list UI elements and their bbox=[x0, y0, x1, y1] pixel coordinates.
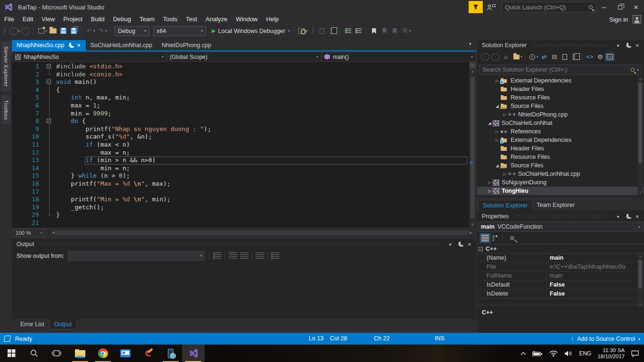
expanded-arrow-icon[interactable]: ◢ bbox=[494, 104, 500, 108]
new-project-button[interactable] bbox=[37, 26, 45, 36]
sidebar-tab-toolbox[interactable]: Toolbox bbox=[1, 95, 11, 124]
phone-app-button[interactable] bbox=[159, 345, 182, 362]
send-feedback-icon[interactable] bbox=[487, 3, 496, 11]
start-debugging-button[interactable]: ▶ Local Windows Debugger ▾ bbox=[212, 26, 290, 36]
redo-dropdown-icon[interactable]: ▾ bbox=[105, 29, 107, 33]
switch-views-dropdown-icon[interactable]: ▾ bbox=[520, 55, 522, 59]
tab-solution-explorer[interactable]: Solution Explorer bbox=[478, 200, 532, 210]
debug-target-dropdown-icon[interactable]: ▾ bbox=[306, 29, 308, 33]
menu-item-test[interactable]: Test bbox=[182, 14, 201, 25]
menu-item-view[interactable]: View bbox=[37, 14, 59, 25]
menu-item-file[interactable]: File bbox=[0, 14, 18, 25]
menu-item-debug[interactable]: Debug bbox=[109, 14, 135, 25]
tree-item-sochiahetlonnhat[interactable]: ◢SoChiaHetLonNhat bbox=[477, 119, 644, 127]
solution-platform-select[interactable]: x64▾ bbox=[153, 26, 206, 36]
tree-item-resource-files[interactable]: Resource Files bbox=[477, 153, 644, 161]
tab-output[interactable]: Output bbox=[49, 319, 77, 329]
window-position-dropdown-icon[interactable]: ▾ bbox=[617, 214, 619, 219]
minimize-button[interactable]: ─ bbox=[596, 1, 612, 13]
undo-dropdown-icon[interactable]: ▾ bbox=[93, 29, 95, 33]
ccleaner-button[interactable]: C bbox=[137, 345, 159, 362]
sidebar-tab-server-explorer[interactable]: Server Explorer bbox=[1, 41, 11, 91]
properties-object-select[interactable]: main VCCodeFunction ▾ bbox=[478, 222, 644, 232]
tab-error-list[interactable]: Error List bbox=[16, 319, 49, 329]
tree-item-external-dependencies[interactable]: ▷External Dependencies bbox=[477, 76, 644, 85]
properties-scrollbar[interactable]: ▴ ▾ bbox=[637, 254, 643, 307]
quick-launch-input[interactable]: Quick Launch (Ctrl+Q) bbox=[502, 2, 596, 12]
save-all-button[interactable] bbox=[69, 26, 78, 36]
sign-in-link[interactable]: Sign in bbox=[609, 16, 628, 23]
editor-splitter-grip[interactable] bbox=[470, 62, 476, 69]
filter-dropdown-icon[interactable]: ▾ bbox=[537, 55, 538, 59]
sync-with-active-document-button[interactable]: ⇄ bbox=[540, 52, 548, 62]
view-code-button[interactable]: <> bbox=[586, 52, 594, 62]
collapse-all-button[interactable]: ⊟ bbox=[550, 52, 559, 62]
pin-icon[interactable] bbox=[625, 42, 630, 49]
menu-item-build[interactable]: Build bbox=[87, 14, 109, 25]
scrollbar-thumb[interactable] bbox=[55, 230, 469, 235]
clock[interactable]: 11:30 SA 18/10/2017 bbox=[597, 347, 625, 360]
collapsed-arrow-icon[interactable]: ▷ bbox=[494, 138, 500, 142]
navigate-back-button[interactable]: ‹ bbox=[9, 27, 18, 35]
property-category-row[interactable]: − C++ bbox=[477, 245, 644, 254]
scrollbar-thumb[interactable] bbox=[471, 77, 475, 218]
menu-item-tools[interactable]: Tools bbox=[159, 14, 182, 25]
clear-bookmarks-button[interactable] bbox=[401, 26, 409, 36]
collapsed-arrow-icon[interactable]: ▷ bbox=[502, 172, 508, 176]
pending-changes-filter-button[interactable] bbox=[528, 52, 537, 62]
output-source-select[interactable]: ▾ bbox=[68, 251, 205, 261]
next-message-button[interactable] bbox=[240, 252, 248, 260]
find-message-button[interactable] bbox=[213, 252, 222, 260]
navigate-forward-button[interactable]: › bbox=[21, 27, 30, 35]
menu-item-edit[interactable]: Edit bbox=[18, 14, 37, 25]
close-icon[interactable]: ✕ bbox=[636, 214, 639, 219]
uncomment-lines-button[interactable] bbox=[354, 26, 363, 36]
menu-item-project[interactable]: Project bbox=[59, 14, 86, 25]
save-button[interactable] bbox=[59, 26, 67, 36]
zoom-level-select[interactable]: 100 % ▾ bbox=[13, 229, 45, 237]
property-value[interactable]: e:\C++\BaiTap\NhapNhieuSo bbox=[547, 263, 644, 271]
solution-explorer-search-input[interactable]: Search Solution Explorer (Ctrl+;) ▾ bbox=[479, 65, 642, 75]
tree-item-header-files[interactable]: Header Files bbox=[477, 144, 644, 153]
tree-item-source-files[interactable]: ◢Source Files bbox=[477, 102, 644, 110]
task-view-button[interactable] bbox=[45, 345, 68, 362]
home-button[interactable]: ⌂ bbox=[502, 52, 510, 62]
collapsed-arrow-icon[interactable]: ▷ bbox=[487, 181, 493, 185]
taskbar-search-button[interactable] bbox=[23, 345, 45, 362]
close-icon[interactable]: ✕ bbox=[468, 242, 471, 247]
property-value[interactable]: False bbox=[547, 289, 644, 298]
user-avatar-icon[interactable] bbox=[633, 15, 641, 24]
tree-item-header-files[interactable]: Header Files bbox=[477, 85, 644, 93]
tree-scrollbar[interactable]: ▴ ▾ bbox=[637, 76, 643, 195]
clear-all-button[interactable] bbox=[256, 252, 264, 260]
language-indicator[interactable]: ENG bbox=[579, 350, 591, 357]
window-position-dropdown-icon[interactable]: ▾ bbox=[617, 43, 619, 48]
document-list-dropdown-icon[interactable]: ▾ bbox=[469, 41, 471, 46]
fold-collapse-icon[interactable]: − bbox=[47, 80, 51, 84]
tree-item-songuyenduong[interactable]: ▷SoNguyenDuong bbox=[477, 178, 644, 187]
menu-item-analyze[interactable]: Analyze bbox=[201, 14, 231, 25]
collapse-category-icon[interactable]: − bbox=[479, 247, 483, 251]
comment-lines-button[interactable] bbox=[344, 26, 352, 36]
property-value[interactable]: False bbox=[547, 280, 644, 289]
fold-collapse-icon[interactable]: − bbox=[47, 64, 51, 68]
close-icon[interactable]: ✕ bbox=[636, 43, 639, 48]
chrome-button[interactable] bbox=[91, 345, 114, 362]
scroll-down-icon[interactable]: ▼ bbox=[469, 222, 476, 227]
scroll-right-icon[interactable]: ▶ bbox=[468, 230, 474, 236]
member-scope-select[interactable]: main() ▾ bbox=[321, 52, 476, 62]
file-explorer-button[interactable] bbox=[69, 345, 91, 362]
toolbar-grip[interactable] bbox=[4, 27, 6, 35]
visual-studio-button[interactable] bbox=[182, 345, 205, 362]
start-button[interactable] bbox=[0, 345, 23, 362]
solution-configuration-select[interactable]: Debug▾ bbox=[115, 26, 149, 36]
menu-item-window[interactable]: Window bbox=[231, 14, 262, 25]
expanded-arrow-icon[interactable]: ◢ bbox=[487, 121, 493, 125]
action-center-icon[interactable] bbox=[631, 350, 639, 357]
tray-expand-icon[interactable] bbox=[520, 352, 526, 355]
collapsed-arrow-icon[interactable]: ▷ bbox=[494, 130, 500, 134]
tree-item-external-dependencies[interactable]: ▷External Dependencies bbox=[477, 136, 644, 144]
project-scope-select[interactable]: NhapNhieuSo ▾ bbox=[12, 52, 166, 62]
properties-window-button[interactable] bbox=[561, 52, 569, 62]
menu-item-help[interactable]: Help bbox=[262, 14, 283, 25]
